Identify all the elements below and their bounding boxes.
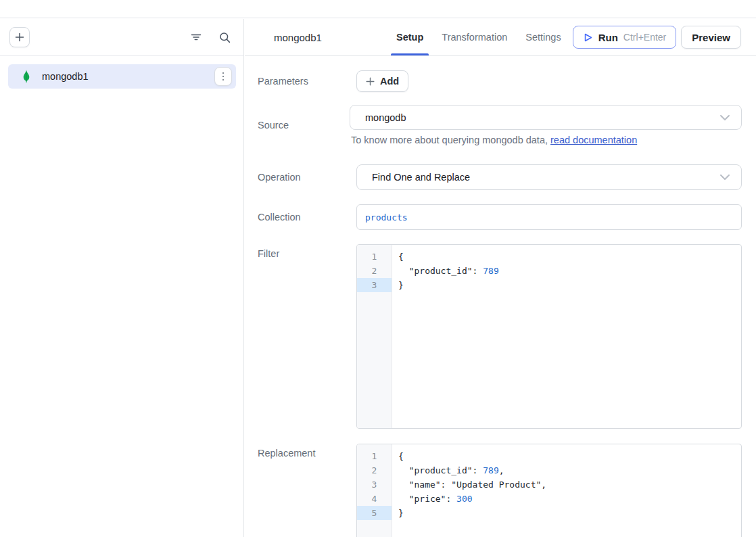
parameters-label: Parameters [258,76,356,87]
filter-label: Filter [258,244,356,259]
line-number: 2 [357,463,392,477]
mongodb-leaf-icon [22,70,31,83]
operation-select-value: Find One and Replace [372,172,470,183]
editor-gutter: 123 [357,245,392,428]
code-line: "product_id": 789, [398,463,741,477]
play-icon [583,32,593,43]
line-number: 5 [357,506,392,520]
add-query-button[interactable] [9,27,30,47]
search-icon [219,32,231,43]
add-parameter-button[interactable]: Add [356,70,408,92]
collection-input[interactable]: products [356,204,742,230]
source-select-value: mongodb [365,112,406,123]
run-button[interactable]: Run Ctrl+Enter [573,26,677,49]
line-number: 1 [357,449,392,463]
query-setup-form: Parameters Add Source mongodb [245,56,756,537]
code-line: { [398,250,741,264]
editor-code-lines: { "product_id": 789} [392,245,741,428]
add-parameter-label: Add [380,76,399,87]
kebab-menu-icon [222,72,225,81]
operation-label: Operation [258,172,356,183]
filter-code-editor[interactable]: 123{ "product_id": 789} [356,244,742,429]
line-number: 3 [357,477,392,492]
query-list-item-mongodb1[interactable]: mongodb1 [8,64,236,89]
sidebar-toolbar [0,19,243,56]
tab-settings[interactable]: Settings [524,19,562,55]
query-tabs: Setup Transformation Settings [395,19,563,55]
replacement-row: Replacement 12345{ "product_id": 789, "n… [258,444,742,537]
operation-row: Operation Find One and Replace [258,164,742,190]
read-documentation-link[interactable]: read documentation [550,135,637,145]
source-helper-text: To know more about querying mongodb data… [351,135,742,145]
code-line: "price": 300 [398,492,741,506]
query-item-label: mongodb1 [42,71,89,82]
code-line: } [398,278,741,292]
source-select[interactable]: mongodb [350,105,742,130]
code-line: { [398,449,741,463]
collection-label: Collection [258,212,356,223]
query-header: mongodb1 Setup Transformation Settings R… [245,19,756,56]
code-line: "name": "Updated Product", [398,477,741,492]
search-queries-button[interactable] [218,31,231,43]
query-editor-panel: mongodb1 Setup Transformation Settings R… [245,19,756,537]
line-number: 2 [357,264,392,278]
collection-input-value: products [365,212,408,223]
line-number: 1 [357,250,392,264]
replacement-label: Replacement [258,444,356,459]
run-shortcut-hint: Ctrl+Enter [623,32,666,43]
code-line: } [398,506,741,520]
operation-select[interactable]: Find One and Replace [356,164,742,190]
editor-gutter: 12345 [357,444,392,537]
preview-button[interactable]: Preview [681,26,741,49]
chevron-down-icon [719,174,730,181]
tab-transformation[interactable]: Transformation [440,19,509,55]
filter-queries-button[interactable] [190,31,202,43]
replacement-code-editor[interactable]: 12345{ "product_id": 789, "name": "Updat… [356,444,742,537]
source-row: Source mongodb To know more about queryi… [258,105,742,145]
line-number: 3 [357,278,392,292]
query-item-menu-button[interactable] [214,67,232,86]
code-line: "product_id": 789 [398,264,741,278]
app-window: mongodb1 mongodb1 Setup Transformation S… [0,0,756,537]
header-actions: Run Ctrl+Enter Preview [573,26,741,49]
plus-icon [15,32,24,42]
editor-code-lines: { "product_id": 789, "name": "Updated Pr… [392,444,741,537]
run-button-label: Run [598,32,618,43]
filter-row: Filter 123{ "product_id": 789} [258,244,742,429]
chevron-down-icon [719,114,730,121]
collection-row: Collection products [258,204,742,230]
tab-setup[interactable]: Setup [395,19,425,55]
query-list: mongodb1 [0,56,243,89]
query-title: mongodb1 [274,32,322,43]
plus-icon [366,77,375,86]
source-helper-prefix: To know more about querying mongodb data… [351,135,550,145]
line-number: 4 [357,492,392,506]
top-window-bar [0,0,756,18]
parameters-row: Parameters Add [258,70,742,92]
filter-icon [191,32,202,42]
source-label: Source [258,120,356,131]
query-sidebar: mongodb1 [0,19,244,537]
